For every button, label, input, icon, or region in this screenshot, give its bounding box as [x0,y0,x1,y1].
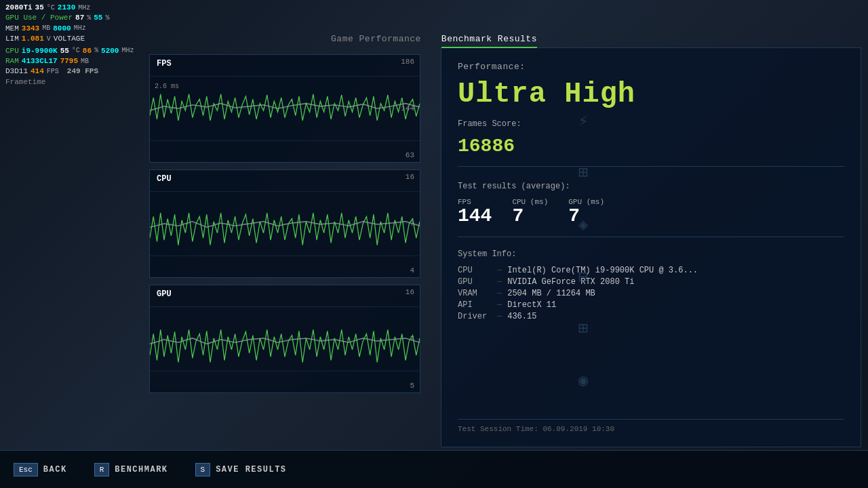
fps-chart-top: 186 [401,58,414,66]
frames-score-value: 16886 [458,136,844,157]
ram-unit-hud: MB [81,57,89,66]
fps-chart-mid: 144 [401,104,414,113]
mem-clock-unit: MHz [74,24,86,33]
cpu-chart-bot: 4 [410,266,414,274]
lim-unit: V [47,35,51,44]
gpu-clock: 2130 [58,3,75,13]
frametime-value: 2.6 ms [155,83,179,90]
gpu-use: 87 [75,13,84,23]
d3d-extra-hud: 249 FPS [67,66,98,77]
d3d-label-hud: D3D11 [5,66,28,77]
tab-game-performance[interactable]: Game Performance [331,31,421,48]
sys-info-driver-val: 436.15 [507,312,536,321]
gpu-chart: GPU 16 7 5 [149,285,420,393]
mem-label: MEM [5,24,19,34]
lim-label: LIM [5,34,19,44]
deco-icon-3: ◈ [578,215,588,235]
fps-chart-svg [150,55,420,162]
sys-info-driver-row: Driver — 436.15 [458,312,844,321]
deco-icon-4: ⊟ [578,267,588,287]
deco-icon-1: ⚡ [578,111,588,131]
ram-label-hud: RAM [5,56,19,66]
bottom-bar: Esc BACK R BENCHMARK S SAVE RESULTS [0,450,868,488]
sidebar-deco: ⚡ ⊞ ◈ ⊟ ⊞ ◉ [563,95,604,407]
frametime-label-hud: Frametime [5,77,45,87]
cpu-load-unit-hud: % [94,46,98,56]
deco-icon-2: ⊞ [578,163,588,182]
benchmark-key: R [94,463,110,476]
mem-clock: 8000 [53,24,71,34]
gpu-clock-unit: MHz [78,3,90,13]
gpu-temp-unit: °C [47,3,55,13]
sys-info-api-row: API — DirectX 11 [458,300,844,310]
cpu-load-hud: 86 [83,46,92,56]
mem-unit: MB [42,24,50,33]
voltage-label: VOLTAGE [54,34,85,44]
sys-info-api-key: API [458,300,492,310]
sys-info-label: System Info: [458,249,844,259]
ram-model-hud: 4133CL17 [22,56,58,66]
sys-info-driver-key: Driver [458,312,492,321]
back-key: Esc [14,463,38,476]
fps-chart-bot: 63 [406,151,414,159]
divider-1 [458,166,844,167]
hud-overlay: 2080Ti 35 °C 2130 MHz GPU Use / Power 87… [0,0,139,90]
sys-info-table: CPU — Intel(R) Core(TM) i9-9900K CPU @ 3… [458,266,844,321]
cpu-ms-metric: CPU (ms) 7 [512,198,548,227]
sys-info-vram-key: VRAM [458,289,492,298]
gpu-chart-top: 16 [406,288,414,296]
fps-metric-value: 144 [458,206,492,227]
cpu-chart-mid: 7 [410,220,414,228]
deco-icon-5: ⊞ [578,319,588,338]
fps-metric: FPS 144 [458,198,492,227]
gpu-chart-svg [150,285,420,392]
perf-rating: Ultra High [458,79,844,110]
save-results-button[interactable]: S SAVE RESULTS [195,463,287,476]
charts-section: FPS 186 144 63 CPU 16 7 4 [149,47,420,447]
cpu-ms-value: 7 [512,206,548,227]
divider-2 [458,237,844,237]
cpu-temp-hud: 55 [60,46,69,56]
cpu-clock-hud: 5200 [101,46,119,56]
cpu-chart-top: 16 [406,173,414,181]
cpu-chart-svg [150,170,420,277]
deco-icon-6: ◉ [578,371,588,390]
gpu-power: 55 [94,13,102,23]
ram-value-hud: 7795 [60,56,78,66]
gpu-use-unit: % [87,14,91,23]
d3d-unit-hud: FPS [47,67,59,77]
save-key: S [195,463,211,476]
back-label: BACK [43,465,67,474]
session-time: Test Session Time: 06.09.2019 10:30 [458,419,844,433]
lim-value: 1.081 [22,34,44,44]
gpu-power-unit: % [105,14,109,23]
tab-benchmark-results[interactable]: Benchmark Results [441,31,537,48]
metrics-row: FPS 144 CPU (ms) 7 GPU (ms) 7 [458,198,844,227]
sys-info-gpu-row: GPU — NVIDIA GeForce RTX 2080 Ti [458,277,844,287]
test-results-label: Test results (average): [458,182,844,191]
save-label: SAVE RESULTS [216,465,286,474]
cpu-chart: CPU 16 7 4 [149,169,420,278]
gpu-chart-bot: 5 [410,382,414,390]
sys-info-gpu-key: GPU [458,277,492,287]
sys-info-cpu-key: CPU [458,266,492,275]
frames-score-label: Frames Score: [458,119,844,129]
gpu-model: 2080Ti [5,3,33,13]
cpu-model-hud: i9-9900K [22,46,58,56]
benchmark-label: BENCHMARK [115,465,167,474]
cpu-temp-unit-hud: °C [72,46,80,56]
gpu-chart-mid: 7 [410,335,414,343]
d3d-value-hud: 414 [31,66,44,77]
mem-value: 3343 [22,24,39,34]
perf-label: Performance: [458,62,844,72]
cpu-label-hud: CPU [5,46,19,56]
cpu-clock-unit-hud: MHz [121,46,134,56]
fps-chart-label: FPS [157,59,172,68]
gpu-chart-label: GPU [157,289,172,299]
main-content: FPS 186 144 63 CPU 16 7 4 [149,47,868,447]
fps-chart: FPS 186 144 63 [149,54,420,163]
back-button[interactable]: Esc BACK [14,463,67,476]
gpu-temp: 35 [35,3,44,13]
benchmark-button[interactable]: R BENCHMARK [94,463,168,476]
results-panel: Performance: Ultra High Frames Score: 16… [441,47,861,447]
